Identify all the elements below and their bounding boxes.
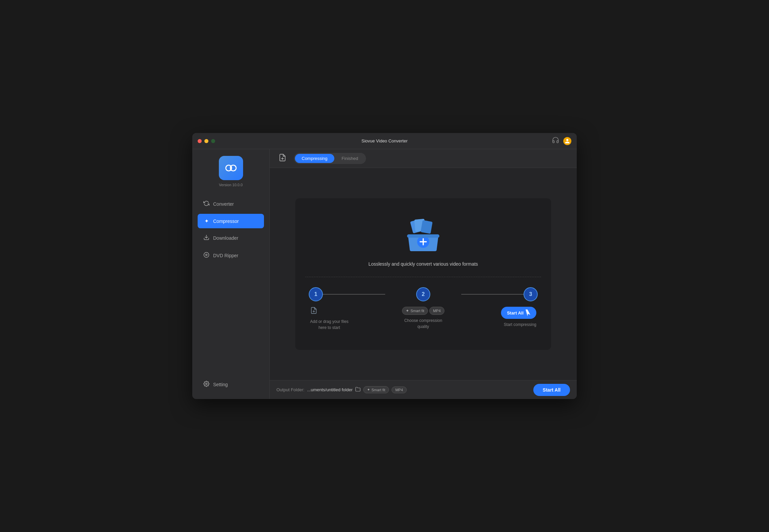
- step-1-number: 1: [314, 291, 317, 297]
- sidebar-item-dvd-ripper[interactable]: DVD Ripper: [198, 248, 264, 263]
- minimize-button[interactable]: [204, 139, 208, 143]
- downloader-icon: [203, 234, 210, 242]
- step-2-badge: ✦ Smart fit MP4: [402, 307, 444, 315]
- logo-image: [219, 156, 243, 180]
- step-3-content: Start All Start compressing: [461, 307, 538, 331]
- setting-icon: [203, 381, 210, 388]
- step-2-content: ✦ Smart fit MP4 Choose compression: [386, 307, 461, 331]
- output-info: Output Folder: ...uments/untitled folder…: [276, 386, 407, 393]
- step-1-label: Add or drag your files here to start: [310, 319, 348, 331]
- step-line-1: [323, 294, 385, 295]
- close-button[interactable]: [198, 139, 202, 143]
- output-folder-label: Output Folder:: [276, 387, 304, 392]
- window-title: Siovue Video Converter: [361, 138, 407, 143]
- tab-finished[interactable]: Finished: [335, 154, 365, 163]
- smart-fit-icon: ✦: [406, 308, 409, 313]
- app-window: Siovue Video Converter: [192, 133, 577, 399]
- step-3-circle: 3: [524, 287, 538, 301]
- folder-icon[interactable]: [355, 387, 361, 393]
- step-1-content: Add or drag your files here to start: [309, 307, 386, 331]
- sidebar-item-compressor[interactable]: ✦ Compressor: [198, 214, 264, 228]
- dvd-ripper-icon: [203, 252, 210, 259]
- step-3-number: 3: [529, 291, 532, 297]
- converter-icon: [203, 200, 210, 208]
- step-2-label: Choose compression quality: [404, 318, 442, 330]
- nav-items: Converter ✦ Compressor Downloader: [198, 196, 264, 377]
- bottom-format-pill[interactable]: MP4: [392, 387, 407, 393]
- svg-point-3: [204, 253, 209, 258]
- step-line-2: [461, 294, 524, 295]
- main-content: Version 10.0.0 Converter ✦ Compress: [192, 149, 577, 399]
- start-all-button-bottom[interactable]: Start All: [533, 384, 570, 396]
- traffic-lights: [198, 139, 215, 143]
- bottom-bar: Output Folder: ...uments/untitled folder…: [270, 380, 577, 399]
- content-area: Compressing Finished: [270, 149, 577, 399]
- compressor-label: Compressor: [213, 219, 239, 224]
- maximize-button[interactable]: [211, 139, 215, 143]
- titlebar-actions: [552, 136, 571, 145]
- bottom-smart-fit-icon: ✦: [367, 388, 370, 392]
- step-1-icon: [310, 307, 317, 316]
- app-logo: Version 10.0.0: [198, 156, 264, 187]
- user-avatar[interactable]: [563, 137, 571, 145]
- drop-zone[interactable]: Losslessly and quickly convert various v…: [295, 198, 551, 350]
- sidebar: Version 10.0.0 Converter ✦ Compress: [192, 149, 270, 399]
- folder-path[interactable]: ...uments/untitled folder: [307, 387, 353, 392]
- sidebar-item-setting[interactable]: Setting: [198, 377, 264, 392]
- step-2-circle: 2: [416, 287, 430, 301]
- steps-row: 1 2: [309, 287, 538, 301]
- svg-rect-14: [407, 234, 439, 238]
- dvd-ripper-label: DVD Ripper: [213, 253, 238, 258]
- svg-point-5: [206, 383, 207, 385]
- version-label: Version 10.0.0: [219, 183, 242, 187]
- start-all-button-step[interactable]: Start All: [501, 307, 536, 319]
- drop-description: Losslessly and quickly convert various v…: [368, 261, 478, 267]
- top-bar: Compressing Finished: [270, 149, 577, 168]
- section-divider: [305, 277, 541, 277]
- cursor-indicator: [526, 309, 530, 316]
- step-2-number: 2: [422, 291, 425, 297]
- upload-basket-icon: [403, 218, 443, 255]
- downloader-label: Downloader: [213, 235, 238, 241]
- headphones-icon[interactable]: [552, 136, 559, 145]
- tab-compressing[interactable]: Compressing: [295, 154, 334, 163]
- bottom-smart-fit-pill[interactable]: ✦ Smart fit: [363, 386, 389, 393]
- sidebar-item-downloader[interactable]: Downloader: [198, 230, 264, 246]
- smart-fit-badge[interactable]: ✦ Smart fit: [402, 307, 428, 315]
- setting-label: Setting: [213, 382, 228, 387]
- svg-point-4: [206, 254, 207, 256]
- step-3-label: Start compressing: [504, 322, 536, 328]
- drop-zone-container: Losslessly and quickly convert various v…: [270, 168, 577, 380]
- format-badge[interactable]: MP4: [429, 307, 444, 315]
- sidebar-item-converter[interactable]: Converter: [198, 196, 264, 212]
- step-1-circle: 1: [309, 287, 323, 301]
- add-file-button[interactable]: [276, 152, 289, 165]
- converter-label: Converter: [213, 201, 234, 207]
- svg-rect-10: [421, 220, 433, 234]
- titlebar: Siovue Video Converter: [192, 133, 577, 149]
- compressor-icon: ✦: [203, 218, 210, 224]
- tab-group: Compressing Finished: [294, 153, 366, 164]
